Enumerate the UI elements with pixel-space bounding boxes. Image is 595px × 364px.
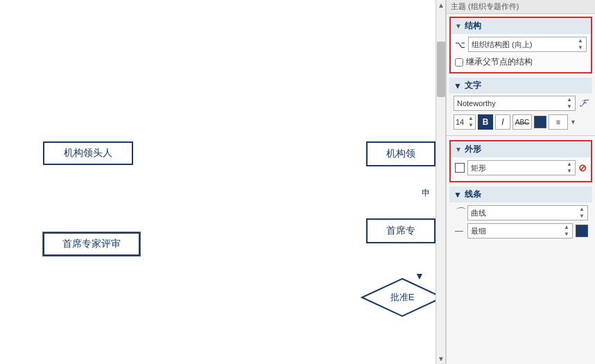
line-section-body: ⌒ 曲线 ▲ ▼ — 最细 ▲ ▼ bbox=[449, 202, 592, 244]
shape-collapse-arrow: ▼ bbox=[455, 146, 462, 153]
node-partial-top[interactable]: 机构领 bbox=[366, 141, 436, 166]
node-shouxizhuanjia[interactable]: 首席专家评审 bbox=[43, 232, 140, 256]
text-collapse-arrow: ▼ bbox=[454, 81, 462, 91]
format-row: 14 ▲ ▼ B I ABC ≡ ▼ bbox=[449, 113, 592, 132]
shape-slash-icon: ⊘ bbox=[578, 162, 587, 173]
font-style-icon: 𝓕 bbox=[578, 98, 588, 109]
structure-section-header[interactable]: ▼ 结构 bbox=[451, 18, 591, 34]
thickness-spin-arrows[interactable]: ▲ ▼ bbox=[564, 224, 569, 237]
bold-button[interactable]: B bbox=[478, 114, 493, 130]
inherit-structure-checkbox[interactable] bbox=[455, 58, 463, 67]
node-jigoulingtouiren[interactable]: 机构领头人 bbox=[43, 141, 133, 165]
line-section: ▼ 线条 ⌒ 曲线 ▲ ▼ — 最细 bbox=[449, 187, 592, 244]
structure-icon: ⌥ bbox=[455, 40, 465, 50]
structure-layout-select[interactable]: 组织结构图 (向上) ▲ ▼ bbox=[468, 37, 587, 52]
panel-top-label: 主题 (组织专题作件) bbox=[447, 0, 595, 14]
divider-1 bbox=[447, 135, 595, 136]
scroll-up-btn[interactable]: ▲ bbox=[436, 0, 445, 10]
right-panel: 主题 (组织专题作件) ▼ 结构 ⌥ 组织结构图 (向上) ▲ ▼ 继承父节点的… bbox=[446, 0, 595, 364]
line-curve-row: ⌒ 曲线 ▲ ▼ bbox=[454, 205, 588, 220]
line-color-box[interactable] bbox=[576, 225, 588, 237]
italic-button[interactable]: I bbox=[495, 114, 510, 130]
shape-section-body: 矩形 ▲ ▼ ⊘ bbox=[451, 157, 591, 181]
shape-name-select[interactable]: 矩形 ▲ ▼ bbox=[467, 160, 576, 175]
canvas-area[interactable]: 机构领头人 首席专家评审 机构领 首席专 批准E 申 ▼ ▲ ▼ bbox=[0, 0, 446, 364]
shape-section-header[interactable]: ▼ 外形 bbox=[451, 141, 591, 157]
align-dropdown-arrow[interactable]: ▼ bbox=[570, 119, 576, 125]
shape-select-row: 矩形 ▲ ▼ ⊘ bbox=[455, 160, 587, 175]
font-name-row: Noteworthy ▲ ▼ 𝓕 bbox=[449, 94, 592, 113]
thickness-select[interactable]: 最细 ▲ ▼ bbox=[467, 223, 573, 239]
layout-spin-arrows[interactable]: ▲ ▼ bbox=[578, 37, 583, 51]
structure-section: ▼ 结构 ⌥ 组织结构图 (向上) ▲ ▼ 继承父节点的结构 bbox=[449, 17, 592, 73]
font-color-box[interactable] bbox=[534, 116, 546, 128]
structure-section-body: ⌥ 组织结构图 (向上) ▲ ▼ 继承父节点的结构 bbox=[451, 34, 591, 72]
scroll-thumb[interactable] bbox=[437, 42, 445, 97]
text-section: ▼ 文字 Noteworthy ▲ ▼ 𝓕 14 ▲ ▼ B bbox=[449, 78, 592, 132]
canvas-label-shen: 申 bbox=[422, 187, 430, 199]
structure-collapse-arrow: ▼ bbox=[455, 22, 462, 30]
shape-section: ▼ 外形 矩形 ▲ ▼ ⊘ bbox=[449, 140, 592, 182]
size-spin-arrows[interactable]: ▲ ▼ bbox=[468, 115, 474, 128]
font-name-select[interactable]: Noteworthy ▲ ▼ bbox=[454, 96, 576, 111]
curve-icon: ⌒ bbox=[454, 206, 465, 220]
thickness-icon: — bbox=[454, 226, 465, 236]
line-collapse-arrow: ▼ bbox=[454, 190, 462, 200]
curve-select[interactable]: 曲线 ▲ ▼ bbox=[467, 205, 588, 220]
shape-preview-icon bbox=[455, 163, 465, 173]
svg-text:批准E: 批准E bbox=[390, 292, 415, 302]
canvas-label-arrow: ▼ bbox=[415, 270, 424, 281]
curve-spin-arrows[interactable]: ▲ ▼ bbox=[579, 206, 585, 219]
align-button[interactable]: ≡ bbox=[549, 114, 568, 130]
line-section-header[interactable]: ▼ 线条 bbox=[449, 187, 592, 202]
strikethrough-button[interactable]: ABC bbox=[512, 114, 532, 130]
node-diamond-partial[interactable]: 批准E bbox=[361, 277, 444, 318]
structure-layout-row: ⌥ 组织结构图 (向上) ▲ ▼ bbox=[455, 37, 587, 52]
shape-spin-arrows[interactable]: ▲ ▼ bbox=[567, 161, 572, 174]
font-size-box[interactable]: 14 ▲ ▼ bbox=[454, 114, 476, 130]
inherit-structure-row: 继承父节点的结构 bbox=[455, 55, 587, 69]
node-partial-mid[interactable]: 首席专 bbox=[366, 218, 436, 243]
line-thickness-row: — 最细 ▲ ▼ bbox=[454, 223, 588, 239]
scroll-down-btn[interactable]: ▼ bbox=[436, 354, 445, 364]
canvas-scrollbar[interactable]: ▲ ▼ bbox=[436, 0, 445, 364]
font-spin-arrows[interactable]: ▲ ▼ bbox=[567, 96, 572, 110]
text-section-header[interactable]: ▼ 文字 bbox=[449, 78, 592, 94]
